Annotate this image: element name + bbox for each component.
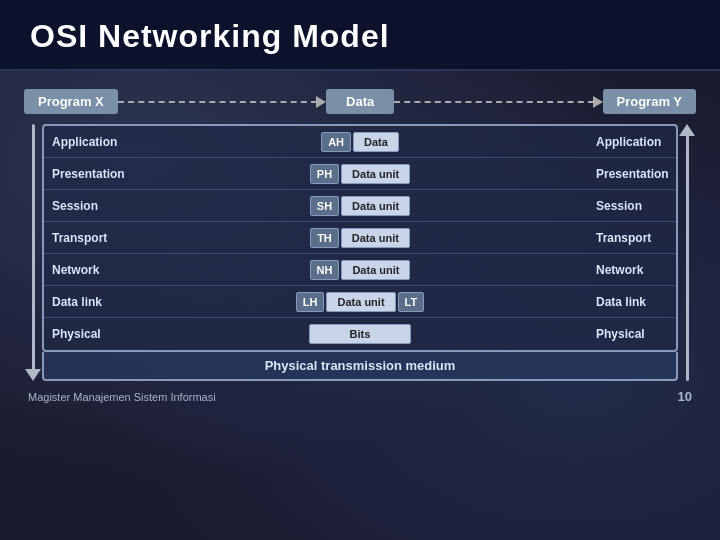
pdu-presentation: PH Data unit — [132, 160, 588, 188]
pdu-unit-network: NH Data unit — [310, 260, 411, 280]
bits-label: Bits — [309, 324, 412, 344]
layer-datalink-left: Data link — [44, 290, 132, 314]
right-arrow-line — [686, 135, 689, 381]
layer-presentation-left: Presentation — [44, 162, 132, 186]
th-data: Data unit — [341, 228, 410, 248]
page-number: 10 — [678, 389, 692, 404]
slide-title: OSI Networking Model — [30, 18, 390, 54]
ah-data: Data — [353, 132, 399, 152]
slide: OSI Networking Model Program X Data Prog… — [0, 0, 720, 540]
pdu-network: NH Data unit — [132, 256, 588, 284]
sh-header: SH — [310, 196, 339, 216]
layer-transport-right: Transport — [588, 226, 676, 250]
title-bar: OSI Networking Model — [0, 0, 720, 71]
layer-presentation-right: Presentation — [588, 162, 676, 186]
pdu-unit-session: SH Data unit — [310, 196, 410, 216]
pdu-unit-transport: TH Data unit — [310, 228, 410, 248]
pdu-physical: Bits — [132, 320, 588, 348]
layer-session-left: Session — [44, 194, 132, 218]
left-arrow-line — [32, 124, 35, 370]
dashed-left — [118, 101, 317, 103]
footer-row: Magister Manajemen Sistem Informasi 10 — [24, 385, 696, 404]
arrow-right — [394, 96, 602, 108]
layer-network-left: Network — [44, 258, 132, 282]
pdu-unit-datalink: LH Data unit LT — [296, 292, 424, 312]
program-x-box: Program X — [24, 89, 118, 114]
data-center-box: Data — [326, 89, 394, 114]
pdu-unit-presentation: PH Data unit — [310, 164, 410, 184]
pdu-datalink: LH Data unit LT — [132, 288, 588, 316]
th-header: TH — [310, 228, 339, 248]
footer-label: Magister Manajemen Sistem Informasi — [28, 391, 216, 403]
arrow-left — [118, 96, 326, 108]
table-row: Presentation PH Data unit Presentation — [44, 158, 676, 190]
layer-application-left: Application — [44, 130, 132, 154]
layer-physical-right: Physical — [588, 322, 676, 346]
layer-network-right: Network — [588, 258, 676, 282]
sh-data: Data unit — [341, 196, 410, 216]
lt-trailer: LT — [398, 292, 425, 312]
table-row: Transport TH Data unit Transport — [44, 222, 676, 254]
arrowhead-to-data — [316, 96, 326, 108]
table-row: Physical Bits Physical — [44, 318, 676, 350]
nh-header: NH — [310, 260, 340, 280]
table-row: Data link LH Data unit LT Data link — [44, 286, 676, 318]
table-row: Application AH Data Application — [44, 126, 676, 158]
layer-transport-left: Transport — [44, 226, 132, 250]
osi-outer: Application AH Data Application Presenta… — [24, 124, 696, 381]
osi-table: Application AH Data Application Presenta… — [42, 124, 678, 352]
right-arrow-wrapper — [678, 124, 696, 381]
nh-data: Data unit — [341, 260, 410, 280]
lh-header: LH — [296, 292, 325, 312]
program-y-box: Program Y — [603, 89, 697, 114]
top-row: Program X Data Program Y — [24, 89, 696, 114]
left-arrowhead — [25, 369, 41, 381]
ph-header: PH — [310, 164, 339, 184]
left-arrow-wrapper — [24, 124, 42, 381]
layer-session-right: Session — [588, 194, 676, 218]
layer-physical-left: Physical — [44, 322, 132, 346]
dashed-right — [394, 101, 593, 103]
pdu-application: AH Data — [132, 128, 588, 156]
pdu-transport: TH Data unit — [132, 224, 588, 252]
layer-application-right: Application — [588, 130, 676, 154]
content-area: Program X Data Program Y — [0, 71, 720, 540]
table-wrapper: Application AH Data Application Presenta… — [42, 124, 678, 381]
ptm-row: Physical transmission medium — [42, 352, 678, 381]
ah-header: AH — [321, 132, 351, 152]
table-row: Network NH Data unit Network — [44, 254, 676, 286]
lh-data: Data unit — [326, 292, 395, 312]
arrowhead-to-programy — [593, 96, 603, 108]
pdu-unit-application: AH Data — [321, 132, 399, 152]
layer-datalink-right: Data link — [588, 290, 676, 314]
ph-data: Data unit — [341, 164, 410, 184]
table-row: Session SH Data unit Session — [44, 190, 676, 222]
pdu-session: SH Data unit — [132, 192, 588, 220]
